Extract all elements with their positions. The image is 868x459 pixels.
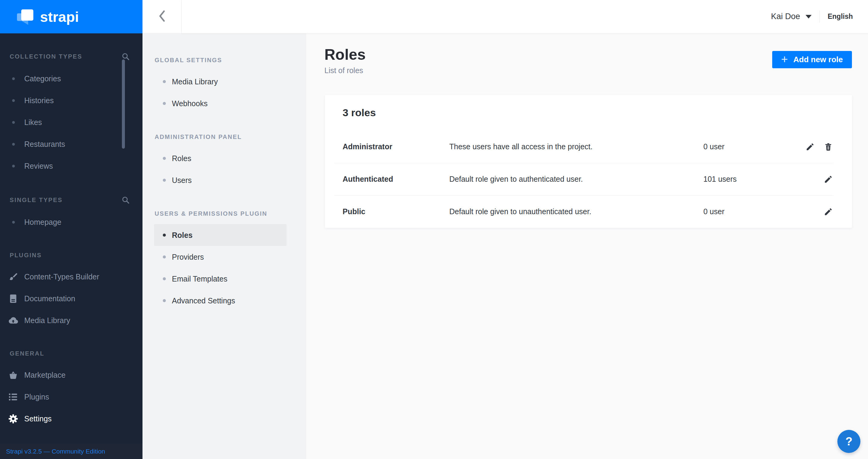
main-content: Roles List of roles + Add new role 3 rol… <box>306 33 868 459</box>
bullet-icon <box>163 277 166 280</box>
sidebar-item-content-types-builder[interactable]: Content-Types Builder <box>0 266 143 288</box>
settings-section-users-permissions: USERS & PERMISSIONS PLUGIN <box>155 210 294 217</box>
edit-role-button[interactable] <box>824 174 833 184</box>
sidebar-item-histories[interactable]: Histories <box>0 89 143 111</box>
section-plugins: PLUGINS <box>10 252 130 259</box>
bullet-icon <box>163 299 166 302</box>
sidebar-item-marketplace[interactable]: Marketplace <box>0 364 143 386</box>
basket-icon <box>7 370 19 380</box>
general-list: Marketplace Plugins Settings <box>0 364 143 430</box>
sidebar-footer: Strapi v3.2.5 — Community Edition <box>0 443 143 459</box>
sidebar-item-restaurants[interactable]: Restaurants <box>0 133 143 155</box>
user-menu-dropdown[interactable]: Kai Doe <box>771 12 812 21</box>
sidebar-item-media-library[interactable]: Media Library <box>0 310 143 331</box>
row-actions <box>803 207 852 217</box>
settings-item-media-library[interactable]: Media Library <box>154 71 286 92</box>
list-icon <box>7 392 19 402</box>
settings-item-admin-roles[interactable]: Roles <box>154 147 286 169</box>
roles-card: 3 roles Administrator These users have a… <box>325 95 852 228</box>
sidebar-scrollbar-thumb[interactable] <box>122 59 125 149</box>
settings-section-admin-panel: ADMINISTRATION PANEL <box>155 134 294 140</box>
sidebar-item-reviews[interactable]: Reviews <box>0 155 143 177</box>
strapi-version-link[interactable]: Strapi v3.2.5 — Community Edition <box>6 448 105 455</box>
sidebar-item-plugins[interactable]: Plugins <box>0 386 143 408</box>
caret-down-icon <box>806 15 812 19</box>
role-name: Public <box>343 207 449 216</box>
strapi-wordmark: strapi <box>40 8 79 25</box>
sidebar-item-label: Reviews <box>24 162 53 171</box>
edit-role-button[interactable] <box>805 142 815 152</box>
sidebar-item-categories[interactable]: Categories <box>0 68 143 89</box>
bullet-icon <box>12 99 15 102</box>
bullet-icon <box>163 234 166 237</box>
top-header: Kai Doe English <box>182 0 868 33</box>
chevron-left-icon <box>158 9 166 24</box>
bullet-icon <box>12 77 15 80</box>
bullet-icon <box>163 102 166 105</box>
bullet-icon <box>12 121 15 124</box>
section-collection-types: COLLECTION TYPES <box>10 52 130 61</box>
settings-item-up-roles[interactable]: Roles <box>154 224 286 246</box>
table-row-authenticated[interactable]: Authenticated Default role given to auth… <box>325 163 852 195</box>
settings-item-advanced-settings[interactable]: Advanced Settings <box>154 290 286 312</box>
gear-icon <box>7 414 19 424</box>
settings-item-webhooks[interactable]: Webhooks <box>154 92 286 114</box>
help-button[interactable]: ? <box>837 430 861 453</box>
role-users-count: 101 users <box>703 175 803 183</box>
question-mark-icon: ? <box>845 435 852 448</box>
add-new-role-label: Add new role <box>794 55 843 64</box>
sidebar-item-homepage[interactable]: Homepage <box>0 211 143 233</box>
sidebar-item-label: Settings <box>24 414 52 423</box>
collapse-sidebar-button[interactable] <box>143 0 182 33</box>
brush-icon <box>7 272 19 282</box>
language-selector[interactable]: English <box>828 12 853 21</box>
strapi-admin-app: strapi COLLECTION TYPES Categories Histo… <box>0 0 868 459</box>
settings-sidebar: GLOBAL SETTINGS Media Library Webhooks A… <box>143 33 306 459</box>
role-description: Default role given to authenticated user… <box>449 175 703 183</box>
add-new-role-button[interactable]: + Add new role <box>772 51 852 68</box>
plus-icon: + <box>781 53 788 65</box>
sidebar-item-label: Plugins <box>24 393 49 401</box>
settings-item-admin-users[interactable]: Users <box>154 169 286 191</box>
section-label: COLLECTION TYPES <box>10 53 83 60</box>
section-label: GENERAL <box>10 350 44 357</box>
settings-item-label: Webhooks <box>172 99 208 108</box>
bullet-icon <box>163 157 166 160</box>
table-row-administrator[interactable]: Administrator These users have all acces… <box>325 131 852 163</box>
sidebar-item-settings[interactable]: Settings <box>0 408 143 430</box>
sidebar-item-label: Restaurants <box>24 140 65 149</box>
sidebar-item-label: Categories <box>24 74 61 83</box>
single-types-list: Homepage <box>0 211 143 233</box>
pencil-icon <box>806 142 815 151</box>
bullet-icon <box>163 80 166 83</box>
settings-item-email-templates[interactable]: Email Templates <box>154 268 286 290</box>
row-actions <box>803 142 852 152</box>
edit-role-button[interactable] <box>824 207 833 217</box>
bullet-icon <box>12 221 15 224</box>
section-general: GENERAL <box>10 350 130 357</box>
settings-item-label: Email Templates <box>172 275 227 283</box>
plugins-list: Content-Types Builder Documentation Medi… <box>0 266 143 331</box>
pencil-icon <box>824 207 833 216</box>
strapi-logo[interactable]: strapi <box>0 0 143 33</box>
sidebar-item-label: Marketplace <box>24 371 65 379</box>
settings-item-label: Users <box>172 176 192 185</box>
settings-item-providers[interactable]: Providers <box>154 246 286 268</box>
section-single-types: SINGLE TYPES <box>10 196 130 204</box>
sidebar-item-label: Media Library <box>24 316 70 325</box>
sidebar-item-likes[interactable]: Likes <box>0 111 143 133</box>
book-icon <box>7 294 19 304</box>
pencil-icon <box>824 175 833 184</box>
bullet-icon <box>12 165 15 168</box>
row-actions <box>803 174 852 184</box>
section-label: SINGLE TYPES <box>10 197 62 204</box>
section-label: PLUGINS <box>10 252 42 259</box>
delete-role-button[interactable] <box>824 142 833 152</box>
table-row-public[interactable]: Public Default role given to unauthentic… <box>325 195 852 228</box>
sidebar-item-label: Homepage <box>24 218 61 227</box>
page-header: Roles List of roles + Add new role <box>306 33 868 75</box>
search-icon[interactable] <box>121 196 130 204</box>
sidebar-item-documentation[interactable]: Documentation <box>0 288 143 310</box>
settings-item-label: Roles <box>172 154 191 163</box>
user-name: Kai Doe <box>771 12 800 21</box>
